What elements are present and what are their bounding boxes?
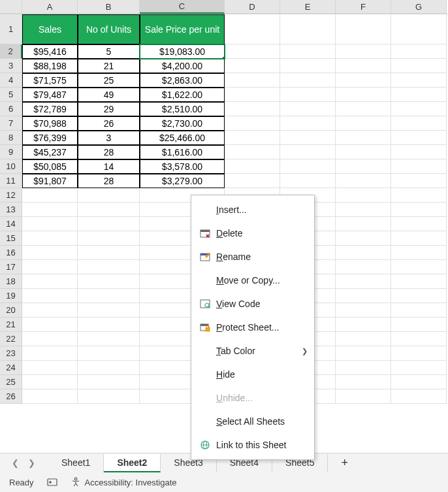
cell[interactable] — [22, 188, 78, 203]
cell[interactable] — [22, 361, 78, 375]
cell-b10[interactable]: 14 — [78, 159, 140, 174]
row-header-1[interactable]: 1 — [0, 14, 22, 44]
add-sheet-button[interactable]: + — [328, 453, 361, 473]
cell[interactable] — [391, 217, 447, 231]
tab-nav-next[interactable]: ❯ — [28, 458, 35, 468]
cell[interactable] — [225, 102, 280, 116]
menu-protect-sheet[interactable]: Protect Sheet... — [191, 316, 314, 339]
cell-c2[interactable]: $19,083.00 — [140, 44, 225, 59]
col-header-f[interactable]: F — [336, 0, 391, 14]
select-all-corner[interactable] — [0, 0, 22, 14]
cell-a8[interactable]: $76,399 — [22, 131, 78, 145]
cell[interactable] — [78, 375, 140, 389]
cell[interactable] — [336, 102, 391, 116]
cell[interactable] — [336, 389, 391, 404]
cell[interactable] — [22, 303, 78, 318]
cell[interactable] — [22, 389, 78, 404]
cell-c7[interactable]: $2,730.00 — [140, 116, 225, 131]
col-header-g[interactable]: G — [391, 0, 447, 14]
cell[interactable] — [78, 332, 140, 346]
cell[interactable] — [78, 303, 140, 318]
row-header-22[interactable]: 22 — [0, 332, 22, 346]
cell[interactable] — [391, 174, 447, 188]
cell[interactable] — [280, 116, 336, 131]
col-header-c[interactable]: C — [140, 0, 225, 14]
cell[interactable] — [336, 174, 391, 188]
cell[interactable] — [391, 203, 447, 217]
cell-a3[interactable]: $88,198 — [22, 59, 78, 73]
cell[interactable] — [22, 346, 78, 361]
cell[interactable] — [391, 59, 447, 73]
cell[interactable] — [336, 274, 391, 289]
sheet-tab-sheet1[interactable]: Sheet1 — [48, 454, 104, 472]
row-header-5[interactable]: 5 — [0, 88, 22, 102]
cell[interactable] — [78, 289, 140, 303]
cell[interactable] — [391, 332, 447, 346]
cell[interactable] — [391, 231, 447, 246]
cell[interactable] — [336, 346, 391, 361]
cell[interactable] — [225, 44, 280, 59]
fill-handle[interactable] — [222, 56, 225, 59]
row-header-13[interactable]: 13 — [0, 203, 22, 217]
cell[interactable] — [391, 159, 447, 174]
cell[interactable] — [22, 375, 78, 389]
row-header-18[interactable]: 18 — [0, 274, 22, 289]
cell[interactable] — [391, 14, 447, 44]
row-header-25[interactable]: 25 — [0, 375, 22, 389]
cell-b8[interactable]: 3 — [78, 131, 140, 145]
cell[interactable] — [336, 159, 391, 174]
cell[interactable] — [78, 203, 140, 217]
cell[interactable] — [78, 318, 140, 332]
cell[interactable] — [391, 131, 447, 145]
cell[interactable] — [336, 318, 391, 332]
row-header-12[interactable]: 12 — [0, 188, 22, 203]
cell[interactable] — [225, 116, 280, 131]
cell-a7[interactable]: $70,988 — [22, 116, 78, 131]
cell[interactable] — [391, 318, 447, 332]
cell-c5[interactable]: $1,622.00 — [140, 88, 225, 102]
row-header-3[interactable]: 3 — [0, 59, 22, 73]
cell-c9[interactable]: $1,616.00 — [140, 145, 225, 159]
cell[interactable] — [78, 188, 140, 203]
menu-hide[interactable]: Hide — [191, 363, 314, 386]
cell[interactable] — [391, 274, 447, 289]
cell[interactable] — [225, 145, 280, 159]
menu-link-sheet[interactable]: Link to this Sheet — [191, 433, 314, 457]
cell[interactable] — [78, 346, 140, 361]
cell[interactable] — [225, 131, 280, 145]
cell-b11[interactable]: 28 — [78, 174, 140, 188]
cell-c6[interactable]: $2,510.00 — [140, 102, 225, 116]
accessibility-status[interactable]: Accessibility: Investigate — [71, 477, 177, 487]
cell-c3[interactable]: $4,200.00 — [140, 59, 225, 73]
cell[interactable] — [336, 203, 391, 217]
cell[interactable] — [391, 375, 447, 389]
row-header-23[interactable]: 23 — [0, 346, 22, 361]
cell[interactable] — [336, 145, 391, 159]
cell[interactable] — [78, 274, 140, 289]
row-header-8[interactable]: 8 — [0, 131, 22, 145]
header-price[interactable]: Sale Price per unit — [140, 14, 225, 44]
cell[interactable] — [280, 174, 336, 188]
cell[interactable] — [22, 246, 78, 260]
cell-b3[interactable]: 21 — [78, 59, 140, 73]
cell[interactable] — [391, 188, 447, 203]
menu-insert[interactable]: Insert... — [191, 198, 314, 221]
row-header-11[interactable]: 11 — [0, 174, 22, 188]
cell-a9[interactable]: $45,237 — [22, 145, 78, 159]
col-header-d[interactable]: D — [225, 0, 280, 14]
cell-b9[interactable]: 28 — [78, 145, 140, 159]
cell[interactable] — [391, 116, 447, 131]
cell[interactable] — [336, 116, 391, 131]
row-header-19[interactable]: 19 — [0, 289, 22, 303]
cell[interactable] — [391, 346, 447, 361]
menu-delete[interactable]: Delete — [191, 221, 314, 245]
cell-a11[interactable]: $91,807 — [22, 174, 78, 188]
cell-c11[interactable]: $3,279.00 — [140, 174, 225, 188]
cell[interactable] — [391, 44, 447, 59]
cell[interactable] — [336, 289, 391, 303]
macro-record-icon[interactable] — [47, 477, 57, 487]
cell[interactable] — [280, 14, 336, 44]
cell[interactable] — [336, 303, 391, 318]
cell[interactable] — [22, 289, 78, 303]
cell-b2[interactable]: 5 — [78, 44, 140, 59]
